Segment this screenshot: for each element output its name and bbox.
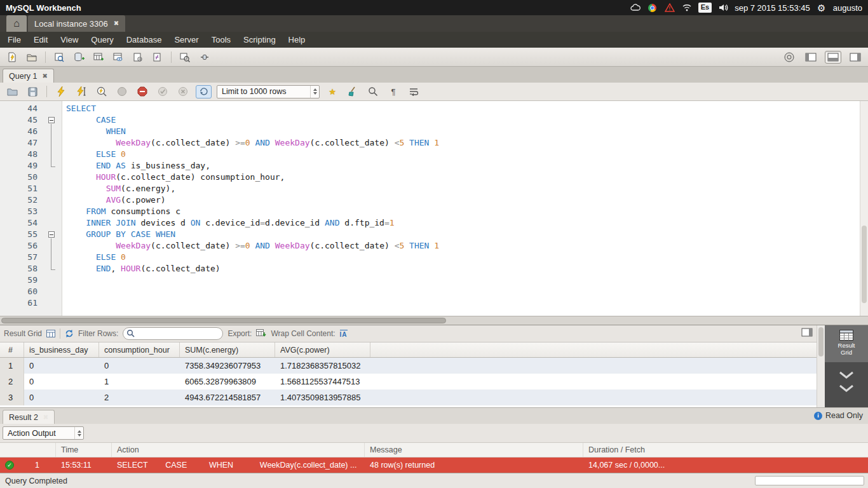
spinner-arrows[interactable] (74, 427, 83, 439)
toggle-output-area-button[interactable] (825, 51, 841, 64)
editor-line[interactable]: 58 END, HOUR(c.collect_date) (0, 263, 868, 274)
column-header-avg-power[interactable]: AVG(c.power) (275, 342, 370, 357)
close-icon[interactable]: ✖ (43, 414, 48, 421)
toggle-result-sidebar-button[interactable] (801, 328, 813, 337)
warning-icon[interactable] (664, 2, 675, 13)
row-index-cell[interactable]: 2 (0, 374, 24, 390)
table-cell[interactable]: 6065.32879963809 (180, 374, 275, 390)
explain-query-button[interactable] (94, 84, 109, 99)
output-selector-dropdown[interactable]: Action Output (3, 426, 84, 440)
session-gear-icon[interactable]: ⚙ (816, 2, 827, 13)
keyboard-layout-indicator[interactable]: Es (698, 3, 712, 12)
editor-line[interactable]: 55 GROUP BY CASE WHEN (0, 229, 868, 240)
save-script-button[interactable] (25, 84, 40, 99)
export-icon[interactable] (256, 329, 266, 338)
column-header-sum-energy[interactable]: SUM(c.energy) (180, 342, 275, 357)
editor-line[interactable]: 47 WeekDay(c.collect_date) >=0 AND WeekD… (0, 137, 868, 149)
close-icon[interactable]: ✖ (42, 73, 47, 79)
table-cell[interactable]: 1.5681125537447513 (275, 374, 370, 390)
fold-collapse-icon[interactable] (48, 231, 55, 238)
table-row[interactable]: 1007358.3492360779531.7182368357815032 (0, 358, 817, 374)
scrollbar-thumb[interactable] (1, 318, 446, 323)
create-function-button[interactable] (150, 50, 165, 65)
editor-line[interactable]: 59 (0, 274, 868, 286)
editor-line[interactable]: 52 AVG(c.power) (0, 194, 868, 206)
menu-database[interactable]: Database (120, 32, 168, 47)
network-wifi-icon[interactable] (681, 2, 693, 13)
limit-rows-dropdown[interactable]: Limit to 1000 rows (217, 85, 320, 98)
toggle-invisible-characters-button[interactable]: ¶ (386, 84, 401, 99)
clock[interactable]: sep 7 2015 15:53:45 (735, 3, 810, 13)
rollback-button[interactable] (175, 84, 191, 99)
filter-rows-input[interactable] (123, 327, 223, 340)
cloud-sync-icon[interactable] (630, 2, 641, 13)
execute-current-statement-button[interactable] (74, 84, 89, 99)
toggle-autocommit-button[interactable] (196, 85, 212, 98)
result-grid-vertical-scrollbar[interactable] (817, 325, 825, 407)
sql-editor[interactable]: 44SELECT45 CASE46 WHEN47 WeekDay(c.colle… (0, 101, 868, 316)
editor-line[interactable]: 54 INNER JOIN devices d ON c.device_id=d… (0, 217, 868, 229)
sidebar-result-grid-button[interactable]: Result Grid (825, 325, 868, 362)
column-header-index[interactable]: # (0, 342, 24, 357)
menu-tools[interactable]: Tools (205, 32, 237, 47)
open-script-button[interactable] (24, 50, 39, 65)
reconnect-dbms-button[interactable] (197, 50, 212, 65)
column-header-is-business-day[interactable]: is_business_day (24, 342, 99, 357)
row-index-cell[interactable]: 1 (0, 358, 24, 374)
table-row[interactable]: 2016065.328799638091.5681125537447513 (0, 374, 817, 390)
editor-line[interactable]: 53 FROM consumptions c (0, 206, 868, 217)
table-cell[interactable]: 1.7182368357815032 (275, 358, 370, 374)
create-schema-button[interactable] (71, 50, 86, 65)
editor-line[interactable]: 51 SUM(c.energy), (0, 183, 868, 194)
toggle-word-wrap-button[interactable] (406, 84, 421, 99)
editor-line[interactable]: 46 WHEN (0, 126, 868, 137)
table-cell[interactable]: 0 (99, 358, 180, 374)
menu-view[interactable]: View (54, 32, 85, 47)
sidebar-scroll-down-button[interactable] (825, 371, 868, 392)
spinner-arrows[interactable] (310, 86, 319, 98)
editor-line[interactable]: 45 CASE (0, 114, 868, 126)
menu-scripting[interactable]: Scripting (237, 32, 282, 47)
table-cell[interactable]: 2 (99, 390, 180, 405)
execute-query-button[interactable] (53, 84, 69, 99)
editor-line[interactable]: 57 ELSE 0 (0, 252, 868, 263)
editor-line[interactable]: 56 WeekDay(c.collect_date) >=0 AND WeekD… (0, 240, 868, 252)
table-cell[interactable]: 0 (24, 390, 99, 405)
stop-query-button[interactable] (114, 84, 130, 99)
save-snippet-button[interactable]: ★ (325, 84, 340, 99)
scrollbar-thumb[interactable] (862, 226, 867, 303)
toggle-left-sidebar-button[interactable] (803, 51, 819, 64)
menu-edit[interactable]: Edit (27, 32, 54, 47)
menu-help[interactable]: Help (282, 32, 312, 47)
editor-line[interactable]: 48 ELSE 0 (0, 149, 868, 160)
table-cell[interactable]: 1 (99, 374, 180, 390)
table-cell[interactable]: 1.4073509813957885 (275, 390, 370, 405)
scrollbar-thumb[interactable] (818, 327, 824, 356)
table-cell[interactable]: 4943.672214581857 (180, 390, 275, 405)
close-icon[interactable]: ✖ (114, 20, 119, 27)
connection-tab[interactable]: Local instance 3306 ✖ (28, 15, 125, 32)
column-header-message[interactable]: Message (365, 443, 583, 457)
column-header-time[interactable]: Time (56, 443, 112, 457)
volume-icon[interactable] (717, 2, 729, 13)
status-indicator-icon[interactable] (782, 50, 797, 65)
menu-server[interactable]: Server (168, 32, 205, 47)
create-table-button[interactable] (91, 50, 106, 65)
toggle-stop-on-error-button[interactable] (135, 84, 150, 99)
editor-line[interactable]: 60 (0, 286, 868, 297)
search-table-data-button[interactable] (177, 50, 193, 65)
home-tab[interactable]: ⌂ (6, 15, 27, 32)
result-tab[interactable]: Result 2 ✖ (3, 410, 55, 424)
editor-vertical-scrollbar[interactable] (860, 101, 868, 316)
editor-line[interactable]: 50 HOUR(c.collect_date) consumption_hour… (0, 172, 868, 183)
action-output-row[interactable]: ✓ 1 15:53:11 SELECT CASE WHEN WeekDay(c.… (0, 458, 868, 473)
editor-horizontal-scrollbar[interactable] (0, 316, 868, 325)
toggle-right-sidebar-button[interactable] (847, 51, 864, 64)
row-index-cell[interactable]: 3 (0, 390, 24, 405)
open-sql-file-button[interactable] (4, 84, 20, 99)
create-view-button[interactable] (111, 50, 126, 65)
editor-line[interactable]: 44SELECT (0, 103, 868, 114)
column-header-action[interactable]: Action (112, 443, 365, 457)
fold-collapse-icon[interactable] (48, 117, 55, 123)
table-cell[interactable]: 0 (24, 374, 99, 390)
